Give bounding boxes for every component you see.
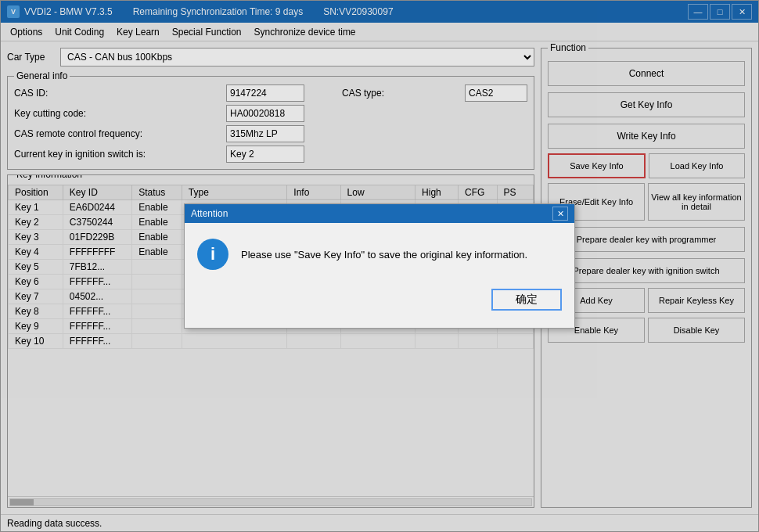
attention-modal: Attention ✕ i Please use "Save Key Info"… xyxy=(184,203,575,329)
modal-info-icon: i xyxy=(197,239,228,270)
modal-title: Attention xyxy=(191,208,228,219)
modal-close-button[interactable]: ✕ xyxy=(552,207,568,221)
modal-ok-button[interactable]: 确定 xyxy=(491,289,562,311)
modal-body: i Please use "Save Key Info" to save the… xyxy=(185,223,574,282)
modal-footer: 确定 xyxy=(185,282,574,323)
modal-title-bar: Attention ✕ xyxy=(185,204,574,223)
modal-message: Please use "Save Key Info" to save the o… xyxy=(241,249,562,261)
modal-overlay: Attention ✕ i Please use "Save Key Info"… xyxy=(0,0,759,532)
